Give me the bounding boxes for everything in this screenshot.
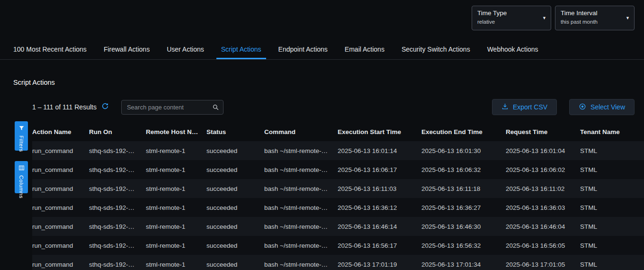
search-input[interactable] — [121, 100, 224, 115]
table-cell: succeeded — [206, 166, 264, 173]
table-cell: 2025-06-13 16:06:17 — [338, 166, 421, 173]
filters-button-label: Filters — [18, 135, 24, 156]
table-cell: 2025-06-13 16:01:30 — [421, 147, 506, 154]
tab-user-actions[interactable]: User Actions — [167, 40, 204, 59]
table-cell: succeeded — [206, 261, 264, 268]
table-cell: STML — [580, 147, 644, 154]
table-row[interactable]: run_commandsthq-sds-192-…stml-remote-1su… — [32, 198, 644, 217]
column-header[interactable]: Execution Start Time — [338, 128, 421, 135]
table-cell: 2025-06-13 17:01:05 — [506, 261, 580, 268]
tab-webhook-actions[interactable]: Webhook Actions — [487, 40, 538, 59]
table-cell: 2025-06-13 16:36:27 — [421, 204, 506, 211]
table-cell: succeeded — [206, 147, 264, 154]
table-cell: run_command — [32, 185, 89, 192]
column-header[interactable]: Run On — [89, 128, 146, 135]
table-cell: 2025-06-13 16:06:02 — [506, 166, 580, 173]
time-controls: Time Type relative ▼ Time Interval this … — [472, 6, 635, 30]
time-interval-dropdown[interactable]: Time Interval this past month ▼ — [555, 6, 635, 30]
table-row[interactable]: run_commandsthq-sds-192-…stml-remote-1su… — [32, 160, 644, 179]
select-view-button[interactable]: Select View — [569, 99, 635, 115]
select-view-label: Select View — [590, 103, 625, 111]
table-cell: 2025-06-13 16:36:03 — [506, 204, 580, 211]
table-cell: STML — [580, 242, 644, 249]
table-cell: succeeded — [206, 204, 264, 211]
table-cell: bash ~/stml-remote-… — [264, 261, 338, 268]
columns-button-label: Columns — [18, 175, 24, 202]
table-cell: sthq-sds-192-… — [89, 147, 146, 154]
table-cell: succeeded — [206, 223, 264, 230]
column-header[interactable]: Status — [206, 128, 264, 135]
filters-button[interactable]: Filters — [15, 121, 28, 151]
column-header[interactable]: Tenant Name — [580, 128, 644, 135]
table-cell: STML — [580, 223, 644, 230]
refresh-icon — [101, 102, 109, 112]
actions-table: Action NameRun OnRemote Host N…StatusCom… — [32, 122, 644, 270]
table-cell: 2025-06-13 16:11:03 — [338, 185, 421, 192]
table-cell: 2025-06-13 16:11:18 — [421, 185, 506, 192]
table-cell: 2025-06-13 16:11:02 — [506, 185, 580, 192]
table-cell: stml-remote-1 — [146, 147, 206, 154]
table-cell: 2025-06-13 16:56:17 — [338, 242, 421, 249]
download-icon — [501, 103, 509, 111]
chevron-down-icon: ▼ — [542, 16, 546, 20]
table-cell: 2025-06-13 16:46:04 — [506, 223, 580, 230]
table-cell: stml-remote-1 — [146, 242, 206, 249]
table-cell: 2025-06-13 17:01:19 — [338, 261, 421, 268]
table-cell: 2025-06-13 16:46:14 — [338, 223, 421, 230]
table-cell: bash ~/stml-remote-… — [264, 242, 338, 249]
table-cell: sthq-sds-192-… — [89, 242, 146, 249]
table-row[interactable]: run_commandsthq-sds-192-…stml-remote-1su… — [32, 255, 644, 270]
refresh-button[interactable] — [101, 102, 109, 112]
eye-icon — [579, 103, 586, 112]
table-cell: stml-remote-1 — [146, 166, 206, 173]
table-cell: run_command — [32, 204, 89, 211]
table-cell: 2025-06-13 16:56:05 — [506, 242, 580, 249]
column-header[interactable]: Command — [264, 128, 338, 135]
table-row[interactable]: run_commandsthq-sds-192-…stml-remote-1su… — [32, 236, 644, 255]
table-cell: 2025-06-13 16:36:12 — [338, 204, 421, 211]
tab-firewall-actions[interactable]: Firewall Actions — [104, 40, 150, 59]
tab-endpoint-actions[interactable]: Endpoint Actions — [278, 40, 328, 59]
column-header[interactable]: Request Time — [506, 128, 580, 135]
table-cell: bash ~/stml-remote-… — [264, 147, 338, 154]
chevron-down-icon: ▼ — [626, 16, 630, 20]
table-cell: 2025-06-13 16:01:04 — [506, 147, 580, 154]
table-row[interactable]: run_commandsthq-sds-192-…stml-remote-1su… — [32, 217, 644, 236]
time-type-dropdown[interactable]: Time Type relative ▼ — [472, 6, 551, 30]
table-cell: run_command — [32, 223, 89, 230]
table-header-row: Action NameRun OnRemote Host N…StatusCom… — [32, 122, 644, 141]
column-header[interactable]: Execution End Time — [421, 128, 506, 135]
tab-script-actions[interactable]: Script Actions — [216, 40, 266, 59]
tab-100-most-recent-actions[interactable]: 100 Most Recent Actions — [13, 40, 87, 59]
time-type-value: relative — [477, 19, 539, 25]
columns-button[interactable]: Columns — [15, 161, 28, 193]
table-body: run_commandsthq-sds-192-…stml-remote-1su… — [32, 141, 644, 270]
table-cell: stml-remote-1 — [146, 223, 206, 230]
table-cell: stml-remote-1 — [146, 261, 206, 268]
column-header[interactable]: Remote Host N… — [146, 128, 206, 135]
column-header[interactable]: Action Name — [32, 128, 89, 135]
table-cell: run_command — [32, 166, 89, 173]
table-row[interactable]: run_commandsthq-sds-192-…stml-remote-1su… — [32, 179, 644, 198]
table-cell: sthq-sds-192-… — [89, 204, 146, 211]
table-cell: stml-remote-1 — [146, 204, 206, 211]
time-type-label: Time Type — [477, 9, 539, 17]
table-cell: bash ~/stml-remote-… — [264, 204, 338, 211]
tab-email-actions[interactable]: Email Actions — [345, 40, 385, 59]
export-csv-button[interactable]: Export CSV — [492, 99, 557, 115]
table-cell: bash ~/stml-remote-… — [264, 185, 338, 192]
tab-security-switch-actions[interactable]: Security Switch Actions — [402, 40, 470, 59]
table-cell: STML — [580, 185, 644, 192]
table-cell: run_command — [32, 261, 89, 268]
table-cell: sthq-sds-192-… — [89, 185, 146, 192]
table-cell: sthq-sds-192-… — [89, 223, 146, 230]
table-cell: sthq-sds-192-… — [89, 166, 146, 173]
filter-funnel-icon — [18, 125, 25, 133]
export-csv-label: Export CSV — [513, 103, 547, 111]
search-icon — [212, 104, 219, 113]
tab-bar: 100 Most Recent ActionsFirewall ActionsU… — [0, 40, 644, 60]
time-interval-value: this past month — [561, 19, 623, 25]
table-cell: STML — [580, 261, 644, 268]
table-row[interactable]: run_commandsthq-sds-192-…stml-remote-1su… — [32, 141, 644, 160]
table-cell: succeeded — [206, 185, 264, 192]
